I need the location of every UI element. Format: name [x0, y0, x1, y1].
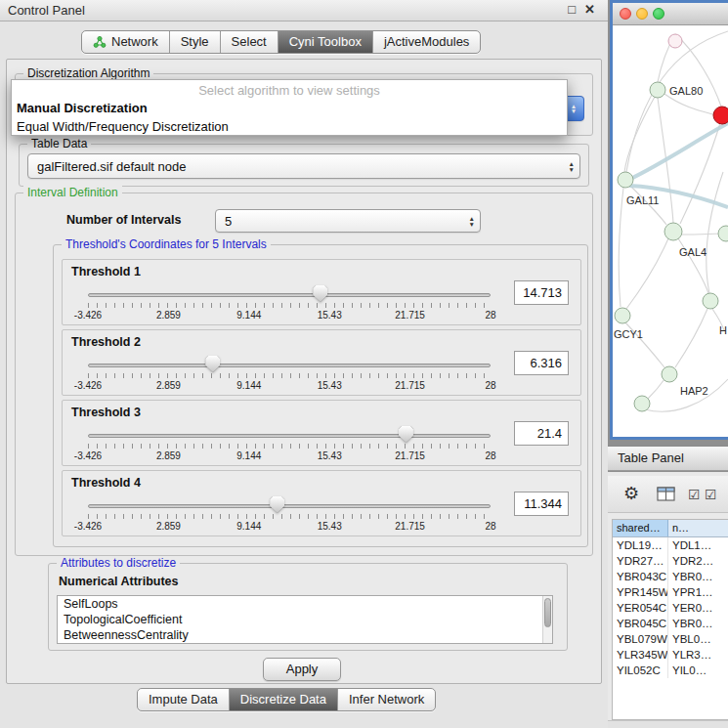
apply-button[interactable]: Apply: [263, 658, 341, 681]
cyni-settings-panel: Discretization Algorithm ▲ ▼ Select algo…: [6, 59, 602, 684]
network-node[interactable]: [618, 172, 633, 188]
threshold-label: Threshold 4: [71, 476, 141, 490]
mac-zoom-button[interactable]: [653, 8, 664, 20]
slider-tick-marks: [88, 373, 491, 378]
network-node[interactable]: [664, 223, 682, 240]
number-of-intervals-select[interactable]: 5 ▲ ▼: [215, 209, 481, 233]
network-canvas[interactable]: GAL80 GAL11 GAL4 GCY1 HAP2 H: [613, 25, 728, 437]
deselect-all-check-icon[interactable]: ☑: [705, 487, 717, 502]
table-row[interactable]: YER054CYER0…: [613, 600, 728, 616]
slider-track[interactable]: [88, 364, 491, 367]
tab-label: jActiveModules: [384, 31, 469, 53]
scale-label: 2.859: [156, 310, 181, 321]
table-row[interactable]: YBR045CYBR0…: [613, 616, 728, 631]
tab-network[interactable]: Network: [82, 31, 170, 53]
list-item[interactable]: SelfLoops: [58, 596, 552, 612]
column-header-shared-name[interactable]: shared…: [613, 520, 668, 536]
cell: YBR0…: [668, 616, 728, 631]
scale-label: 9.144: [236, 450, 261, 461]
table-row[interactable]: YIL052CYIL0…: [613, 663, 728, 678]
slider-thumb[interactable]: [270, 496, 284, 513]
scale-label: 28: [485, 380, 495, 391]
tab-label: Discretize Data: [240, 689, 326, 710]
mac-close-button[interactable]: [620, 8, 631, 20]
slider-track[interactable]: [88, 504, 491, 508]
slider-thumb[interactable]: [205, 356, 220, 372]
network-node[interactable]: [718, 226, 728, 241]
select-all-check-icon[interactable]: ☑: [688, 487, 701, 502]
scrollbar-thumb[interactable]: [544, 598, 551, 627]
cell: YDR2…: [668, 553, 728, 569]
threshold-2-value-field[interactable]: 6.316: [514, 351, 569, 375]
threshold-1-value-field[interactable]: 14.713: [514, 280, 569, 305]
numerical-attributes-label: Numerical Attributes: [59, 575, 178, 588]
number-of-intervals-label: Number of Intervals: [66, 213, 181, 227]
network-node[interactable]: [703, 293, 718, 309]
network-node[interactable]: [634, 396, 650, 411]
dropdown-option-equal-width-frequency[interactable]: Equal Width/Frequency Discretization: [12, 117, 567, 136]
slider-thumb[interactable]: [313, 285, 327, 302]
list-item[interactable]: BetweennessCentrality: [58, 627, 552, 643]
numerical-attributes-list: SelfLoops TopologicalCoefficient Between…: [57, 595, 553, 644]
network-node-label: H: [719, 324, 727, 336]
slider-tick-marks: [88, 444, 491, 449]
slider-track[interactable]: [88, 434, 491, 438]
tab-cyni-toolbox[interactable]: Cyni Toolbox: [278, 31, 373, 53]
table-row[interactable]: YDL19…YDL1…: [613, 537, 728, 553]
combo-spinner-icon: ▲ ▼: [569, 161, 575, 172]
scale-label: -3.426: [74, 310, 102, 321]
slider-track[interactable]: [88, 293, 491, 297]
network-node[interactable]: [650, 82, 665, 98]
tab-style[interactable]: Style: [170, 31, 221, 53]
column-header-name[interactable]: n…: [668, 520, 728, 536]
close-window-icon[interactable]: ✕: [584, 2, 595, 17]
network-node[interactable]: [668, 34, 682, 48]
control-panel-window: Control Panel □ ✕ Network Style Select C…: [0, 0, 608, 728]
tab-impute-data[interactable]: Impute Data: [138, 689, 230, 710]
scale-label: 21.715: [395, 310, 425, 321]
table-header-row: shared… n…: [613, 520, 728, 537]
cell: YBR043C: [613, 569, 668, 584]
cell: YLR3…: [668, 647, 728, 663]
network-node-label: GAL80: [669, 85, 703, 97]
scale-label: 21.715: [395, 380, 425, 391]
dropdown-option-manual-discretization[interactable]: Manual Discretization: [12, 99, 567, 117]
threshold-3-slider: -3.426 2.859 9.144 15.43 21.715 28: [88, 426, 491, 463]
table-settings-gear-icon[interactable]: ⚙: [623, 483, 639, 504]
threshold-label: Threshold 1: [71, 265, 141, 278]
table-row[interactable]: YPR145WYPR1…: [613, 584, 728, 600]
tab-select[interactable]: Select: [221, 31, 278, 53]
table-row[interactable]: YLR345WYLR3…: [613, 647, 728, 663]
table-row[interactable]: YDR27…YDR2…: [613, 553, 728, 569]
scale-label: -3.426: [74, 521, 102, 532]
table-data-group: Table Data galFiltered.sif default node …: [19, 144, 589, 187]
list-scrollbar[interactable]: [542, 596, 552, 643]
cell: YIL052C: [613, 663, 668, 678]
tab-discretize-data[interactable]: Discretize Data: [230, 689, 338, 710]
slider-thumb[interactable]: [399, 426, 413, 443]
table-row[interactable]: YBR043CYBR0…: [613, 569, 728, 584]
network-node-label: GCY1: [614, 328, 643, 340]
network-node[interactable]: [662, 366, 677, 382]
tab-infer-network[interactable]: Infer Network: [338, 689, 435, 710]
scale-label: 2.859: [156, 450, 181, 461]
list-item[interactable]: TopologicalCoefficient: [58, 612, 552, 627]
scale-label: 15.43: [318, 380, 342, 391]
threshold-4-value-field[interactable]: 11.344: [514, 492, 569, 516]
threshold-3-value-field[interactable]: 21.4: [514, 421, 569, 446]
network-node-selected[interactable]: [713, 107, 728, 124]
network-node[interactable]: [615, 308, 630, 323]
column-visibility-icon[interactable]: [657, 487, 675, 501]
threshold-4-panel: Threshold 4 -3.426 2.859 9.144 15.43 21.…: [62, 470, 581, 536]
tab-jactivemodules[interactable]: jActiveModules: [373, 31, 480, 53]
spinner-down-icon: ▼: [569, 166, 575, 172]
table-row[interactable]: YBL079WYBL0…: [613, 631, 728, 647]
cell: YDL19…: [613, 537, 668, 553]
cell: YPR1…: [668, 584, 728, 600]
mac-minimize-button[interactable]: [636, 8, 648, 20]
table-toolbar: ⚙ ☑ ☑: [608, 476, 728, 513]
float-window-icon[interactable]: □: [568, 2, 576, 17]
horizontal-scrollbar[interactable]: [608, 720, 728, 728]
table-data-select[interactable]: galFiltered.sif default node ▲ ▼: [27, 153, 580, 179]
cell: YLR345W: [613, 647, 668, 663]
